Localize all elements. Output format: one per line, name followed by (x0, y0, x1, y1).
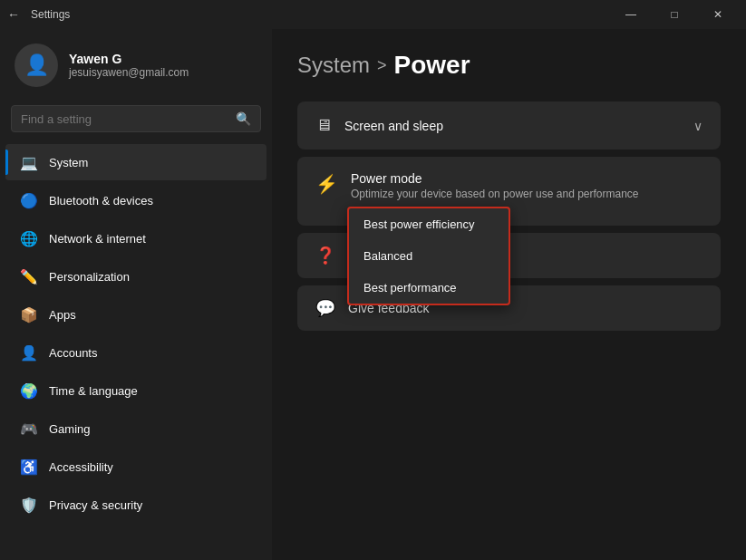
get-help-icon: ❓ (315, 246, 335, 266)
sidebar-item-label-network: Network & internet (49, 232, 146, 246)
apps-icon: 📦 (20, 305, 38, 323)
dropdown-item-efficiency[interactable]: Best power efficiency (349, 208, 509, 240)
give-feedback-icon: 💬 (315, 298, 335, 318)
sidebar-item-accessibility[interactable]: ♿ Accessibility (5, 449, 266, 485)
maximize-button[interactable]: □ (654, 0, 695, 29)
sidebar-item-label-apps: Apps (49, 308, 76, 322)
system-icon: 💻 (20, 153, 38, 171)
time-icon: 🌍 (20, 381, 38, 400)
privacy-icon: 🛡️ (20, 496, 38, 514)
avatar: 👤 (15, 43, 58, 87)
main-content: System > Power 🖥 Screen and sleep ∨ ⚡ Po… (272, 29, 746, 560)
sidebar-item-time[interactable]: 🌍 Time & language (5, 372, 266, 409)
gaming-icon: 🎮 (20, 420, 38, 438)
power-mode-content: Power mode Optimize your device based on… (351, 171, 702, 211)
sidebar-item-label-bluetooth: Bluetooth & devices (49, 194, 153, 208)
sidebar-item-gaming[interactable]: 🎮 Gaming (5, 410, 266, 447)
back-arrow-icon[interactable]: ← (7, 7, 20, 22)
avatar-icon: 👤 (24, 53, 49, 77)
breadcrumb-chevron: > (377, 56, 387, 75)
titlebar-title: Settings (31, 8, 70, 21)
close-button[interactable]: ✕ (697, 0, 739, 29)
sidebar-item-system[interactable]: 💻 System (5, 144, 266, 180)
sidebar-item-accounts[interactable]: 👤 Accounts (5, 334, 266, 371)
titlebar: ← Settings — □ ✕ (0, 0, 746, 29)
sidebar-item-bluetooth[interactable]: 🔵 Bluetooth & devices (5, 182, 266, 218)
screen-sleep-card: 🖥 Screen and sleep ∨ (297, 101, 721, 150)
screen-sleep-header[interactable]: 🖥 Screen and sleep ∨ (297, 101, 721, 150)
breadcrumb-current: Power (394, 51, 470, 80)
titlebar-controls: — □ ✕ (610, 0, 739, 29)
sidebar-item-privacy[interactable]: 🛡️ Privacy & security (5, 487, 266, 523)
power-mode-subtitle: Optimize your device based on power use … (351, 188, 702, 200)
power-mode-title: Power mode (351, 171, 702, 186)
power-mode-dropdown-menu: Best power efficiency Balanced Best perf… (347, 207, 510, 305)
sidebar-item-label-system: System (49, 156, 88, 169)
user-info: Yawen G jesuisyawen@gmail.com (69, 52, 189, 79)
search-icon: 🔍 (236, 111, 251, 126)
search-box: 🔍 (11, 105, 261, 132)
sidebar: 👤 Yawen G jesuisyawen@gmail.com 🔍 💻 Syst… (0, 29, 272, 560)
screen-sleep-chevron-icon: ∨ (693, 119, 702, 133)
sidebar-item-label-privacy: Privacy & security (49, 498, 142, 512)
user-email: jesuisyawen@gmail.com (69, 66, 189, 79)
app-body: 👤 Yawen G jesuisyawen@gmail.com 🔍 💻 Syst… (0, 29, 746, 560)
network-icon: 🌐 (20, 229, 38, 247)
sidebar-item-label-accounts: Accounts (49, 346, 97, 360)
search-input[interactable] (21, 112, 228, 126)
breadcrumb-parent: System (297, 53, 370, 78)
breadcrumb: System > Power (297, 51, 721, 80)
sidebar-item-label-gaming: Gaming (49, 422, 91, 436)
screen-sleep-label: Screen and sleep (344, 119, 443, 133)
card-header-left: 🖥 Screen and sleep (315, 116, 443, 135)
sidebar-item-personalization[interactable]: ✏️ Personalization (5, 258, 266, 294)
user-name: Yawen G (69, 52, 189, 66)
user-profile[interactable]: 👤 Yawen G jesuisyawen@gmail.com (0, 29, 272, 98)
bluetooth-icon: 🔵 (20, 191, 38, 209)
sidebar-item-label-time: Time & language (49, 384, 138, 398)
sidebar-item-apps[interactable]: 📦 Apps (5, 296, 266, 333)
titlebar-left: ← Settings (7, 7, 70, 22)
screen-sleep-icon: 🖥 (315, 116, 332, 135)
accounts-icon: 👤 (20, 343, 38, 362)
sidebar-item-label-personalization: Personalization (49, 270, 130, 284)
dropdown-item-performance[interactable]: Best performance (349, 272, 509, 304)
dropdown-item-balanced[interactable]: Balanced (349, 240, 509, 272)
sidebar-item-label-accessibility: Accessibility (49, 460, 113, 474)
accessibility-icon: ♿ (20, 458, 38, 476)
search-container: 🔍 (0, 98, 272, 143)
sidebar-item-network[interactable]: 🌐 Network & internet (5, 220, 266, 256)
power-mode-section: ⚡ Power mode Optimize your device based … (297, 157, 721, 226)
personalization-icon: ✏️ (20, 267, 38, 285)
power-mode-icon: ⚡ (315, 173, 338, 195)
minimize-button[interactable]: — (610, 0, 652, 29)
